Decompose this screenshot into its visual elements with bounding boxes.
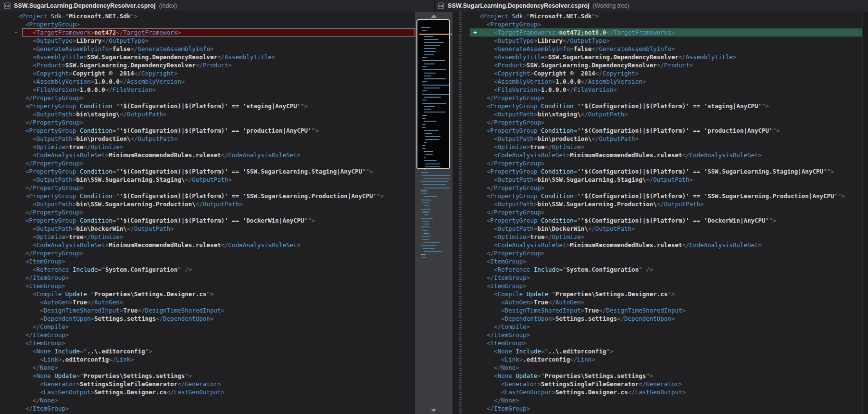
code-line[interactable]: <None Update="Properties\Settings.settin…	[0, 372, 415, 380]
code-line[interactable]: <Optimize>true</Optimize>	[0, 233, 415, 241]
scroll-down-arrow-icon[interactable]	[431, 409, 437, 412]
code-line[interactable]: <OutputPath>bin\SSW.SugarLearning.Produc…	[0, 200, 415, 208]
code-line[interactable]: <GenerateAssemblyInfo>false</GenerateAss…	[0, 45, 415, 53]
code-line[interactable]: <Reference Include="System.Configuration…	[462, 265, 862, 274]
original-editor[interactable]: <Project Sdk="Microsoft.NET.Sdk"> <Prope…	[0, 12, 415, 414]
code-line[interactable]: <PropertyGroup>	[462, 20, 862, 28]
code-line[interactable]: <PropertyGroup Condition="'$(Configurati…	[0, 126, 415, 135]
code-line[interactable]: <OutputPath>bin\staging\</OutputPath>	[0, 110, 415, 118]
code-line[interactable]: <PropertyGroup Condition="'$(Configurati…	[462, 192, 862, 200]
code-line[interactable]: <PropertyGroup Condition="'$(Configurati…	[462, 126, 862, 135]
code-line[interactable]: <ItemGroup>	[0, 282, 415, 290]
code-line[interactable]: </ItemGroup>	[462, 331, 862, 339]
code-line[interactable]: </None>	[0, 396, 415, 404]
code-line[interactable]: </PropertyGroup>	[462, 208, 862, 216]
code-line[interactable]: <CodeAnalysisRuleSet>MinimumRecommendedR…	[462, 241, 862, 249]
code-line[interactable]: </PropertyGroup>	[462, 94, 862, 102]
code-line[interactable]: <OutputType>Library</OutputType>	[462, 37, 862, 45]
code-line[interactable]: <LastGenOutput>Settings.Designer.cs</Las…	[0, 388, 415, 396]
code-line[interactable]: </ItemGroup>	[0, 274, 415, 282]
code-line[interactable]: <PropertyGroup Condition="'$(Configurati…	[462, 167, 862, 176]
minimap-viewport-slider[interactable]	[416, 19, 450, 169]
code-line[interactable]: <ItemGroup>	[462, 339, 862, 347]
code-line[interactable]: <DependentUpon>Settings.settings</Depend…	[0, 314, 415, 323]
code-line[interactable]: <Generator>SettingsSingleFileGenerator</…	[462, 380, 862, 388]
code-line[interactable]: <Generator>SettingsSingleFileGenerator</…	[0, 380, 415, 388]
code-line[interactable]: </PropertyGroup>	[0, 94, 415, 102]
code-line[interactable]: <None Include="..\.editorconfig">	[0, 347, 415, 355]
code-line[interactable]: </PropertyGroup>	[0, 184, 415, 192]
code-line[interactable]: <PropertyGroup Condition="'$(Configurati…	[462, 216, 862, 225]
code-line[interactable]: <Copyright>Copyright © 2014</Copyright>	[462, 69, 862, 77]
code-line[interactable]: </ItemGroup>	[0, 331, 415, 339]
code-line[interactable]: </None>	[462, 364, 862, 372]
code-line[interactable]: <ItemGroup>	[0, 257, 415, 265]
code-line[interactable]: </PropertyGroup>	[0, 118, 415, 126]
code-line[interactable]: </None>	[0, 364, 415, 372]
code-line[interactable]: <AssemblyVersion>1.0.0.0</AssemblyVersio…	[0, 77, 415, 86]
code-line[interactable]: <CodeAnalysisRuleSet>MinimumRecommendedR…	[462, 151, 862, 159]
code-line[interactable]: </ItemGroup>	[462, 404, 862, 413]
code-line[interactable]: <OutputPath>bin\SSW.SugarLearning.Stagin…	[462, 176, 862, 184]
code-line[interactable]: <ItemGroup>	[462, 282, 862, 290]
code-line[interactable]: <OutputPath>bin\SSW.SugarLearning.Stagin…	[0, 176, 415, 184]
code-line[interactable]: </ItemGroup>	[0, 404, 415, 413]
code-line[interactable]: <ItemGroup>	[462, 257, 862, 265]
code-line[interactable]: <Project Sdk="Microsoft.NET.Sdk">	[462, 12, 862, 20]
code-line[interactable]: <Copyright>Copyright © 2014</Copyright>	[0, 69, 415, 77]
left-editor-scrollbar-minimap[interactable]	[415, 12, 453, 414]
code-line[interactable]: <OutputPath>bin\DockerWin\</OutputPath>	[462, 225, 862, 233]
code-line[interactable]: <AssemblyVersion>1.0.0.0</AssemblyVersio…	[462, 77, 862, 86]
code-line[interactable]: <GenerateAssemblyInfo>false</GenerateAss…	[462, 45, 862, 53]
code-line[interactable]: <PropertyGroup Condition="'$(Configurati…	[0, 167, 415, 176]
code-line[interactable]: <None Update="Properties\Settings.settin…	[462, 372, 862, 380]
code-line[interactable]: <FileVersion>1.0.0.0</FileVersion>	[0, 86, 415, 94]
code-line[interactable]: <Optimize>true</Optimize>	[0, 143, 415, 151]
code-line[interactable]: <None Include="..\.editorconfig">	[462, 347, 862, 355]
code-line[interactable]: <Compile Update="Properties\Settings.Des…	[0, 290, 415, 298]
code-line[interactable]: <OutputPath>bin\staging\</OutputPath>	[462, 110, 862, 118]
deleted-code-line[interactable]: - <TargetFramework>net472</TargetFramewo…	[0, 28, 415, 37]
code-line[interactable]: <DesignTimeSharedInput>True</DesignTimeS…	[0, 306, 415, 314]
code-line[interactable]: <DesignTimeSharedInput>True</DesignTimeS…	[462, 306, 862, 314]
code-line[interactable]: </PropertyGroup>	[462, 184, 862, 192]
code-line[interactable]: <Project Sdk="Microsoft.NET.Sdk">	[0, 12, 415, 20]
code-line[interactable]: <Compile Update="Properties\Settings.Des…	[462, 290, 862, 298]
code-line[interactable]: <DependentUpon>Settings.settings</Depend…	[462, 314, 862, 323]
code-line[interactable]: </None>	[462, 396, 862, 404]
code-line[interactable]: <OutputType>Library</OutputType>	[0, 37, 415, 45]
code-line[interactable]: <CodeAnalysisRuleSet>MinimumRecommendedR…	[0, 151, 415, 159]
code-line[interactable]: <OutputPath>bin\DockerWin\</OutputPath>	[0, 225, 415, 233]
modified-editor[interactable]: <Project Sdk="Microsoft.NET.Sdk"> <Prope…	[462, 12, 862, 414]
code-line[interactable]: </PropertyGroup>	[462, 118, 862, 126]
code-line[interactable]: <PropertyGroup Condition="'$(Configurati…	[0, 216, 415, 225]
code-line[interactable]: <Product>SSW.SugarLearning.DependencyRes…	[462, 61, 862, 69]
code-line[interactable]: <Link>.editorconfig</Link>	[0, 355, 415, 364]
code-line[interactable]: </PropertyGroup>	[0, 249, 415, 257]
code-line[interactable]: </PropertyGroup>	[462, 159, 862, 167]
code-line[interactable]: </Compile>	[462, 323, 862, 331]
code-line[interactable]: <OutputPath>bin\production\</OutputPath>	[462, 135, 862, 143]
code-line[interactable]: </PropertyGroup>	[0, 159, 415, 167]
code-line[interactable]: <AssemblyTitle>SSW.SugarLearning.Depende…	[0, 53, 415, 61]
code-line[interactable]: <PropertyGroup Condition="'$(Configurati…	[462, 102, 862, 110]
code-line[interactable]: <Reference Include="System.Configuration…	[0, 265, 415, 274]
code-line[interactable]: <AssemblyTitle>SSW.SugarLearning.Depende…	[462, 53, 862, 61]
code-line[interactable]: <PropertyGroup Condition="'$(Configurati…	[0, 192, 415, 200]
added-code-line[interactable]: + <TargetFrameworks>net472;net8.0</Targe…	[462, 28, 862, 37]
code-line[interactable]: </Compile>	[0, 323, 415, 331]
code-line[interactable]: <CodeAnalysisRuleSet>MinimumRecommendedR…	[0, 241, 415, 249]
scroll-up-arrow-icon[interactable]	[431, 14, 437, 18]
code-line[interactable]: <LastGenOutput>Settings.Designer.cs</Las…	[462, 388, 862, 396]
code-line[interactable]: <FileVersion>1.0.0.0</FileVersion>	[462, 86, 862, 94]
code-line[interactable]: <Optimize>true</Optimize>	[462, 233, 862, 241]
code-line[interactable]: <AutoGen>True</AutoGen>	[462, 298, 862, 306]
code-line[interactable]: </ItemGroup>	[462, 274, 862, 282]
code-line[interactable]: <ItemGroup>	[0, 339, 415, 347]
right-editor-scrollbar-track[interactable]	[862, 12, 868, 414]
code-line[interactable]: <Product>SSW.SugarLearning.DependencyRes…	[0, 61, 415, 69]
code-line[interactable]: <Optimize>true</Optimize>	[462, 143, 862, 151]
code-line[interactable]: </PropertyGroup>	[0, 208, 415, 216]
code-line[interactable]: <Link>.editorconfig</Link>	[462, 355, 862, 364]
code-line[interactable]: <PropertyGroup>	[0, 20, 415, 28]
